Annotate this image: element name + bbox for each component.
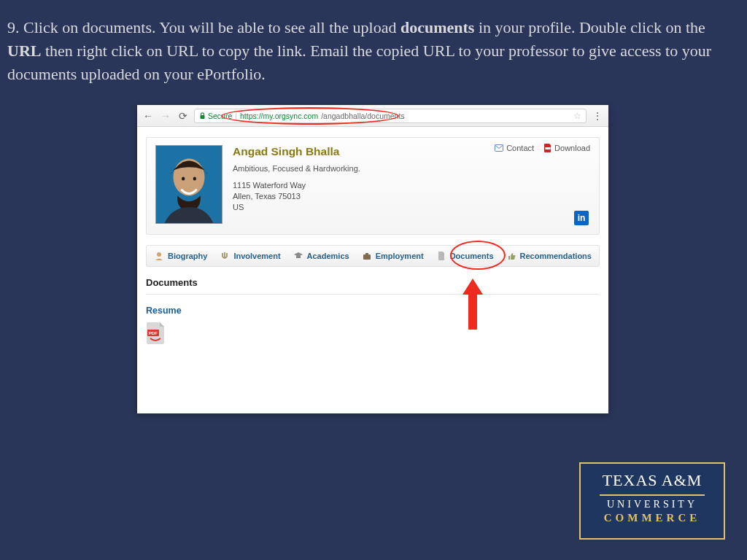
instruction-bold-url: URL xyxy=(7,42,41,60)
instruction-seg-2: in your profile. Double click on the xyxy=(474,18,705,36)
lock-icon xyxy=(199,112,206,120)
logo-divider xyxy=(600,494,705,496)
profile-tagline: Ambitious, Focused & Hardworking. xyxy=(233,164,360,173)
tab-label: Involvement xyxy=(233,252,280,260)
section-title: Documents xyxy=(146,277,600,288)
download-link[interactable]: Download xyxy=(544,144,590,152)
bookmark-star-icon[interactable]: ☆ xyxy=(573,111,581,121)
address-country: US xyxy=(233,202,360,213)
forward-button[interactable]: → xyxy=(159,109,172,122)
address-line-1: 1115 Waterford Way xyxy=(233,180,360,191)
thumbs-up-icon xyxy=(506,251,516,261)
profile-name: Angad Singh Bhalla xyxy=(233,145,360,158)
url-origin: https://my.orgsync.com xyxy=(240,112,318,120)
instruction-bold-documents: documents xyxy=(400,18,474,36)
tab-employment[interactable]: Employment xyxy=(357,251,428,261)
linkedin-icon[interactable]: in xyxy=(574,211,589,225)
tab-label: Employment xyxy=(376,252,424,260)
logo-line-3: COMMERCE xyxy=(587,512,718,524)
profile-info: Angad Singh Bhalla Ambitious, Focused & … xyxy=(233,145,360,224)
avatar xyxy=(155,145,222,224)
tab-label: Biography xyxy=(168,252,207,260)
logo-line-2: UNIVERSITY xyxy=(587,499,718,510)
svg-rect-9 xyxy=(296,256,301,258)
address-bar[interactable]: Secure | https://my.orgsync.com/angadbha… xyxy=(194,109,587,123)
resume-link[interactable]: Resume xyxy=(146,306,182,316)
secure-label: Secure xyxy=(208,112,232,120)
tab-documents[interactable]: Documents xyxy=(432,251,498,261)
browser-toolbar: ← → ⟳ Secure | https://my.orgsync.com/an… xyxy=(137,105,608,127)
svg-point-5 xyxy=(193,176,196,180)
contact-link[interactable]: Contact xyxy=(495,144,534,152)
browser-screenshot: ← → ⟳ Secure | https://my.orgsync.com/an… xyxy=(137,105,608,413)
tab-label: Documents xyxy=(450,252,494,260)
svg-point-8 xyxy=(157,252,161,257)
svg-point-4 xyxy=(182,176,185,180)
cap-icon xyxy=(293,251,303,261)
svg-text:PDF: PDF xyxy=(149,331,158,335)
url-path: /angadbhalla/documents xyxy=(321,112,404,120)
briefcase-icon xyxy=(362,251,372,261)
tab-involvement[interactable]: Involvement xyxy=(215,251,285,261)
profile-card: Angad Singh Bhalla Ambitious, Focused & … xyxy=(146,137,600,235)
tamu-commerce-logo: TEXAS A&M UNIVERSITY COMMERCE xyxy=(579,462,725,540)
download-label: Download xyxy=(554,144,590,152)
back-button[interactable]: ← xyxy=(142,109,155,122)
secure-indicator: Secure xyxy=(199,112,232,120)
person-icon xyxy=(154,251,164,261)
hand-icon xyxy=(220,251,230,261)
tab-label: Recommendations xyxy=(520,252,592,260)
svg-rect-7 xyxy=(546,147,551,149)
logo-line-1: TEXAS A&M xyxy=(587,471,718,490)
mail-icon xyxy=(495,144,503,152)
pdf-icon xyxy=(544,144,551,152)
instruction-seg-1: 9. Click on documents. You will be able … xyxy=(7,18,400,36)
svg-rect-10 xyxy=(363,254,371,260)
svg-rect-1 xyxy=(201,115,205,119)
tab-academics[interactable]: Academics xyxy=(289,251,354,261)
address-line-2: Allen, Texas 75013 xyxy=(233,191,360,202)
instruction-text: 9. Click on documents. You will be able … xyxy=(0,0,747,86)
document-icon xyxy=(436,251,446,261)
svg-rect-11 xyxy=(365,253,368,254)
reload-button[interactable]: ⟳ xyxy=(177,109,190,122)
divider xyxy=(146,294,600,295)
profile-actions: Contact Download xyxy=(495,144,590,152)
tab-biography[interactable]: Biography xyxy=(150,251,212,261)
profile-tabs: Biography Involvement Academics Employme… xyxy=(146,245,600,267)
contact-label: Contact xyxy=(506,144,534,152)
tab-label: Academics xyxy=(307,252,349,260)
browser-menu-icon[interactable]: ⋮ xyxy=(591,110,604,122)
instruction-seg-3: then right click on URL to copy the link… xyxy=(7,42,711,83)
tab-recommendations[interactable]: Recommendations xyxy=(502,251,596,261)
pdf-file-icon[interactable]: PDF xyxy=(146,322,165,344)
